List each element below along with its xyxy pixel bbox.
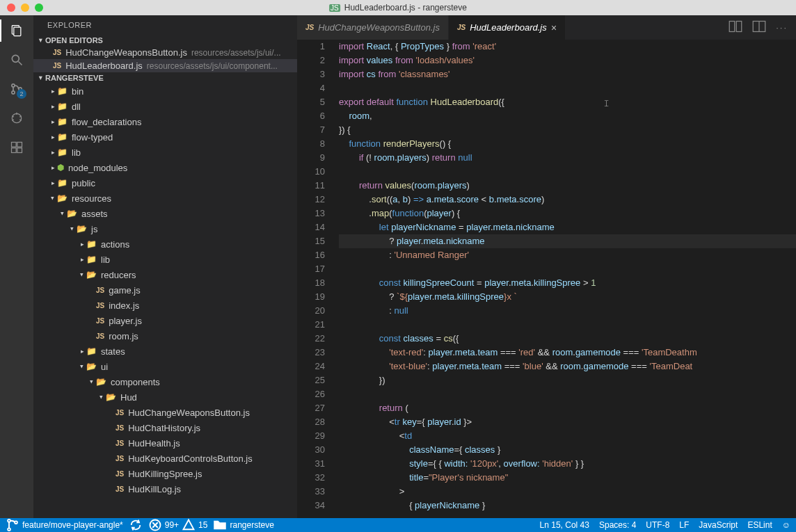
svg-rect-13: [12, 143, 17, 147]
eol[interactable]: LF: [679, 520, 689, 530]
linter[interactable]: ESLint: [747, 520, 772, 530]
code-editor[interactable]: 1234567891011121314151617181920212223242…: [297, 40, 796, 518]
tree-file[interactable]: JSplayer.js: [33, 313, 297, 328]
editor-tab[interactable]: JSHudLeaderboard.js×: [449, 15, 566, 40]
tree-label: flow-typed: [72, 132, 113, 143]
indentation[interactable]: Spaces: 4: [599, 520, 636, 530]
cursor-position[interactable]: Ln 15, Col 43: [540, 520, 589, 530]
tree-folder[interactable]: ▸📁dll: [33, 99, 297, 114]
tree-folder[interactable]: ▸📁lib: [33, 145, 297, 160]
tree-label: assets: [81, 209, 108, 219]
feedback-icon[interactable]: ☺: [782, 520, 790, 530]
close-icon[interactable]: ×: [551, 22, 557, 33]
twisty-icon: ▸: [49, 103, 57, 110]
js-file-icon: JS: [96, 287, 104, 294]
tree-label: HudKillingSpree.js: [128, 469, 202, 479]
tree-file[interactable]: JSgame.js: [33, 282, 297, 298]
source-control-icon[interactable]: 2: [8, 81, 25, 97]
tree-folder[interactable]: ▸📁flow_declarations: [33, 114, 297, 129]
folder-icon: 📂: [96, 377, 106, 387]
folder-indicator[interactable]: rangersteve: [213, 518, 273, 532]
tree-folder[interactable]: ▸📁actions: [33, 236, 297, 252]
compare-icon[interactable]: [729, 19, 742, 35]
tree-file[interactable]: JSHudKillLog.js: [33, 481, 297, 497]
folder-icon: 📁: [57, 102, 67, 111]
tree-folder[interactable]: ▸📂resources: [33, 191, 297, 206]
encoding[interactable]: UTF-8: [646, 520, 669, 530]
folder-icon: 📁: [57, 132, 67, 142]
git-branch[interactable]: feature/move-player-angle*: [6, 518, 123, 532]
tree-folder[interactable]: ▸📂reducers: [33, 267, 297, 282]
problems[interactable]: 99+ 15: [148, 518, 208, 532]
js-file-icon: JS: [329, 4, 340, 12]
svg-rect-17: [729, 22, 735, 32]
extensions-icon[interactable]: [8, 139, 25, 156]
tree-folder[interactable]: ▸📂assets: [33, 206, 297, 221]
tree-folder[interactable]: ▸📁public: [33, 175, 297, 191]
tree-file[interactable]: JSHudChatHistory.js: [33, 420, 297, 435]
tree-file[interactable]: JSHudChangeWeaponsButton.js: [33, 405, 297, 420]
tree-folder[interactable]: ▸📂Hud: [33, 389, 297, 405]
tab-label: HudLeaderboard.js: [470, 22, 547, 33]
editor-tab[interactable]: JSHudChangeWeaponsButton.js: [297, 15, 449, 40]
more-actions-icon[interactable]: ···: [776, 22, 788, 33]
tree-folder[interactable]: ▸📁states: [33, 344, 297, 359]
tree-file[interactable]: JSindex.js: [33, 298, 297, 313]
text-cursor-icon: 𝙸: [603, 97, 610, 111]
tree-label: ui: [101, 362, 108, 372]
folder-icon: 📁: [57, 147, 67, 157]
tree-label: HudKillLog.js: [128, 484, 181, 494]
svg-rect-15: [12, 148, 17, 153]
tree-folder[interactable]: ▸⬢node_modules: [33, 160, 297, 175]
code-lines[interactable]: import React, { PropTypes } from 'react'…: [339, 40, 796, 518]
minimize-window-icon[interactable]: [21, 3, 29, 12]
split-editor-icon[interactable]: [752, 19, 766, 35]
tree-label: room.js: [109, 331, 138, 341]
twisty-icon: ▸: [49, 179, 57, 186]
debug-icon[interactable]: [8, 110, 25, 127]
twisty-icon: ▸: [88, 378, 95, 386]
svg-point-22: [8, 528, 10, 531]
tree-folder[interactable]: ▸📁lib: [33, 252, 297, 267]
tree-folder[interactable]: ▸📁bin: [33, 83, 297, 99]
svg-point-7: [12, 113, 21, 122]
tree-label: lib: [72, 147, 81, 158]
twisty-icon: ▸: [49, 118, 57, 125]
tree-file[interactable]: JSroom.js: [33, 328, 297, 344]
twisty-icon: ▸: [69, 225, 76, 233]
twisty-icon: ▸: [49, 164, 57, 171]
js-file-icon: JS: [116, 455, 124, 462]
file-path: resources/assets/js/ui/...: [191, 48, 281, 58]
tree-label: js: [91, 224, 97, 234]
tree-folder[interactable]: ▸📁flow-typed: [33, 129, 297, 145]
twisty-icon: ▸: [79, 271, 86, 279]
close-window-icon[interactable]: [7, 3, 15, 12]
tree-folder[interactable]: ▸📂js: [33, 221, 297, 236]
tree-file[interactable]: JSHudKillingSpree.js: [33, 466, 297, 481]
folder-icon: 📁: [86, 255, 97, 264]
js-file-icon: JS: [116, 485, 124, 493]
js-file-icon: JS: [96, 317, 104, 325]
sync-icon[interactable]: [129, 518, 143, 532]
folder-icon: 📂: [86, 270, 97, 280]
project-header[interactable]: RANGERSTEVE: [33, 72, 297, 83]
open-editor-item[interactable]: JSHudChangeWeaponsButton.js resources/as…: [33, 46, 297, 59]
tree-file[interactable]: JSHudKeyboardControlsButton.js: [33, 451, 297, 466]
folder-icon: 📂: [106, 392, 116, 402]
language-mode[interactable]: JavaScript: [699, 520, 738, 530]
tree-folder[interactable]: ▸📂ui: [33, 359, 297, 374]
open-editor-item[interactable]: JSHudLeaderboard.js resources/assets/js/…: [33, 59, 297, 72]
folder-icon: 📁: [57, 178, 67, 188]
open-editors-header[interactable]: OPEN EDITORS: [33, 35, 297, 46]
explorer-icon[interactable]: [8, 22, 25, 39]
js-file-icon: JS: [53, 62, 61, 70]
twisty-icon: ▸: [78, 348, 86, 355]
titlebar: JS HudLeaderboard.js - rangersteve: [0, 0, 796, 15]
tree-folder[interactable]: ▸📂components: [33, 374, 297, 389]
file-path: resources/assets/js/ui/component...: [147, 61, 278, 71]
scm-badge: 2: [17, 89, 26, 99]
maximize-window-icon[interactable]: [35, 3, 43, 12]
window-controls: [0, 3, 43, 12]
tree-file[interactable]: JSHudHealth.js: [33, 435, 297, 451]
search-icon[interactable]: [8, 51, 25, 68]
